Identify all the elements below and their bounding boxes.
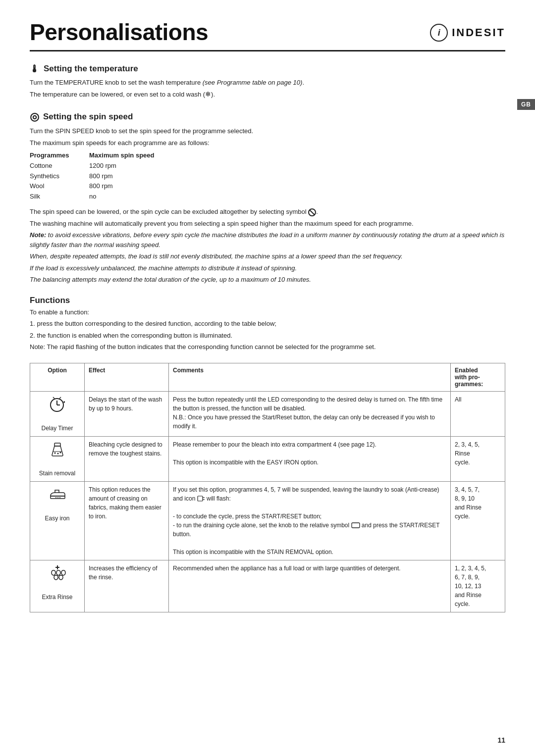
spin-intro2: The maximum spin speeds for each program… [30, 138, 505, 148]
option-stain-removal: Stain removal [30, 436, 85, 481]
brand-icon: i [430, 24, 448, 42]
effect-stain-removal: Bleaching cycle designed to remove the t… [85, 436, 169, 481]
comments-delay-timer: Pess the button repeatedly until the LED… [169, 391, 451, 436]
spin-note1: Note: to avoid excessive vibrations, bef… [30, 230, 505, 250]
enabled-stain-removal: 2, 3, 4, 5,Rinsecycle. [451, 436, 505, 481]
comments-stain-removal: Please remember to pour the bleach into … [169, 436, 451, 481]
table-row-easy-iron: Easy iron This option reduces the amount… [30, 481, 505, 560]
comments-extra-rinse: Recommended when the appliance has a ful… [169, 560, 451, 612]
comments-easy-iron: If you set this option, programmes 4, 5,… [169, 481, 451, 560]
temperature-text1: Turn the TEMPERATURE knob to set the was… [30, 78, 505, 88]
stain-removal-label: Stain removal [39, 469, 75, 478]
th-enabled: Enabledwith pro-grammes: [451, 363, 505, 391]
th-comments: Comments [169, 363, 451, 391]
option-extra-rinse: Extra Rinse [30, 560, 85, 612]
easy-iron-icon [48, 485, 67, 510]
option-delay-timer: Delay Timer [30, 391, 85, 436]
functions-section: Functions To enable a function: 1. press… [30, 296, 505, 352]
svg-point-10 [59, 452, 61, 453]
temperature-title: 🌡 Setting the temperature [30, 63, 505, 75]
spin-text3: The spin speed can be lowered, or the sp… [30, 207, 505, 217]
svg-rect-18 [352, 523, 360, 528]
table-header-row: Option Effect Comments Enabledwith pro-g… [30, 363, 505, 391]
spin-title: ◎ Setting the spin speed [30, 110, 505, 123]
spin-row-silk: Silk no [30, 192, 505, 202]
col-max-spin: Maximum spin speed [89, 151, 188, 161]
functions-step1: 1. press the button corresponding to the… [30, 319, 505, 329]
th-option: Option [30, 363, 85, 391]
spin-text4: The washing machine will automatically p… [30, 219, 505, 229]
svg-point-8 [54, 452, 55, 454]
extra-rinse-label: Extra Rinse [42, 593, 72, 602]
svg-line-5 [59, 397, 61, 399]
spin-intro1: Turn the SPIN SPEED knob to set the spin… [30, 126, 505, 136]
svg-point-14 [59, 497, 60, 498]
svg-point-12 [55, 497, 56, 498]
header-divider [30, 50, 505, 51]
temperature-text2: The temperature can be lowered, or even … [30, 89, 505, 100]
gb-badge: GB [517, 99, 535, 110]
effect-extra-rinse: Increases the efficiency of the rinse. [85, 560, 169, 612]
th-effect: Effect [85, 363, 169, 391]
spin-section: ◎ Setting the spin speed Turn the SPIN S… [30, 110, 505, 284]
brand-logo: i INDESIT [430, 24, 505, 42]
spin-table: Programmes Maximum spin speed Cottone 12… [30, 151, 505, 202]
spin-table-header: Programmes Maximum spin speed [30, 151, 505, 161]
options-table: Option Effect Comments Enabledwith pro-g… [30, 363, 505, 612]
effect-easy-iron: This option reduces the amount of creasi… [85, 481, 169, 560]
spin-note3: If the load is excessively unbalanced, t… [30, 263, 505, 273]
functions-title: Functions [30, 296, 505, 305]
col-programmes: Programmes [30, 151, 89, 161]
spin-row-synthetics: Synthetics 800 rpm [30, 171, 505, 182]
delay-timer-icon [48, 395, 67, 420]
easy-iron-label: Easy iron [45, 514, 69, 523]
option-easy-iron: Easy iron [30, 481, 85, 560]
stain-removal-icon [48, 440, 67, 465]
enabled-easy-iron: 3, 4, 5, 7,8, 9, 10and Rinsecycle. [451, 481, 505, 560]
functions-intro: To enable a function: [30, 307, 505, 317]
spin-note2: When, despite repeated attempts, the loa… [30, 252, 505, 261]
table-row-delay-timer: Delay Timer Delays the start of the wash… [30, 391, 505, 436]
effect-delay-timer: Delays the start of the wash by up to 9 … [85, 391, 169, 436]
delay-timer-label: Delay Timer [41, 424, 73, 433]
page-number: 11 [497, 736, 505, 744]
no-spin-symbol [308, 208, 316, 216]
temperature-section: 🌡 Setting the temperature Turn the TEMPE… [30, 63, 505, 100]
svg-line-0 [310, 210, 315, 215]
enabled-delay-timer: All [451, 391, 505, 436]
spin-row-wool: Wool 800 rpm [30, 181, 505, 192]
table-row-stain-removal: Stain removal Bleaching cycle designed t… [30, 436, 505, 481]
temperature-icon: 🌡 [30, 63, 40, 75]
svg-line-4 [53, 397, 54, 399]
page-title: Personalisations [30, 20, 208, 45]
spin-note4: The balancing attempts may extend the to… [30, 275, 505, 285]
extra-rinse-icon [48, 564, 67, 589]
svg-point-13 [57, 497, 58, 498]
spin-icon: ◎ [30, 110, 39, 123]
svg-rect-15 [198, 496, 203, 501]
enabled-extra-rinse: 1, 2, 3, 4, 5,6, 7, 8, 9,10, 12, 13and R… [451, 560, 505, 612]
svg-point-9 [57, 453, 58, 454]
functions-note: Note: The rapid flashing of the button i… [30, 342, 505, 352]
spin-row-cottone: Cottone 1200 rpm [30, 161, 505, 171]
functions-step2: 2. the function is enabled when the corr… [30, 331, 505, 341]
brand-name: INDESIT [452, 26, 505, 39]
svg-rect-6 [54, 443, 60, 446]
table-row-extra-rinse: Extra Rinse Increases the efficiency of … [30, 560, 505, 612]
